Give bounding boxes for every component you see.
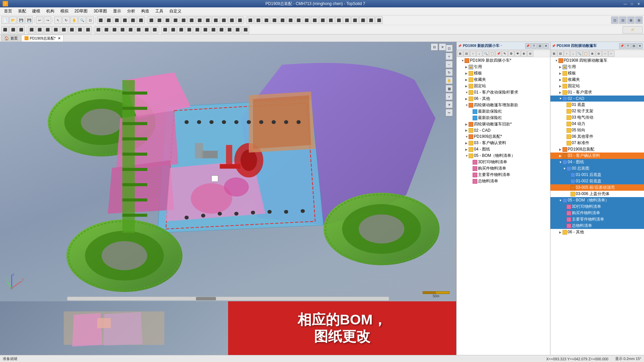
list-item[interactable]: ▶ 01 - 客户需求: [550, 89, 644, 96]
tb-b31[interactable]: ⬛: [343, 16, 351, 24]
list-item[interactable]: 03 电气传动: [550, 114, 644, 121]
tb-b18[interactable]: ⬛: [236, 16, 244, 24]
list-item[interactable]: ▶ 收藏夹: [550, 76, 644, 83]
tb-b17[interactable]: ⬛: [228, 16, 235, 24]
menu-modeling[interactable]: 建模: [30, 8, 43, 15]
plt-b7[interactable]: 📌: [495, 51, 501, 57]
plt-b11[interactable]: ⊕: [521, 51, 527, 57]
tb-b27[interactable]: ⬛: [311, 16, 318, 24]
plt-b12[interactable]: ⊖: [527, 51, 533, 57]
tb-b10[interactable]: ⬛: [172, 16, 179, 24]
tb2-b13[interactable]: ⬛: [103, 26, 110, 34]
panel-right-help[interactable]: ?: [625, 43, 631, 49]
panel-left-pin[interactable]: 📌: [525, 43, 531, 49]
tb-b34[interactable]: ⬛: [367, 16, 375, 24]
plt-b10[interactable]: 👁: [515, 51, 521, 57]
list-item[interactable]: 01 底盘: [550, 102, 644, 108]
list-item-04draw[interactable]: ▼ 04 - 图纸: [550, 159, 644, 165]
panel-left-close[interactable]: ✕: [543, 43, 549, 49]
plt-b9[interactable]: ⚙: [508, 51, 514, 57]
tb2-b6[interactable]: ⬛: [44, 26, 51, 34]
tb-b7[interactable]: ⬛: [148, 16, 155, 24]
list-item[interactable]: ▼ 四轮驱动敞篷车增加新款: [457, 102, 550, 108]
list-item[interactable]: ▶ 固定站: [550, 83, 644, 89]
list-item-02cad[interactable]: ▼ 02 - CAD: [550, 96, 644, 102]
vp-fit[interactable]: ⊡: [445, 45, 453, 52]
minimize-button[interactable]: —: [623, 1, 628, 6]
menu-display[interactable]: 显示: [110, 8, 124, 15]
list-item-all[interactable]: 总物料清单: [550, 223, 644, 229]
tb2-b9[interactable]: ⬛: [68, 26, 75, 34]
list-item[interactable]: 06 其他零件: [550, 133, 644, 140]
plt-b5[interactable]: 🔍: [483, 51, 489, 57]
plt-b3[interactable]: ↑: [470, 51, 476, 57]
tb-open[interactable]: 📂: [9, 16, 17, 24]
list-item[interactable]: 07 标准件: [550, 140, 644, 146]
tb2-b7[interactable]: ⬛: [52, 26, 59, 34]
panel-right-close[interactable]: ✕: [637, 43, 643, 49]
tb-b21[interactable]: ⬛: [263, 16, 270, 24]
tree-root-right[interactable]: ▼ PD1908 四轮驱动敞篷车: [550, 57, 644, 64]
list-item-01qdc[interactable]: 01-002 前底盘: [550, 178, 644, 184]
tb2-b16[interactable]: ⬛: [127, 26, 134, 34]
list-item[interactable]: 主要零件物料清单: [457, 172, 550, 178]
tb-redo[interactable]: ↪: [44, 16, 51, 24]
tb2-b17[interactable]: ⬛: [135, 26, 142, 34]
list-item[interactable]: ▶ 🔒 引用: [550, 64, 644, 70]
list-item[interactable]: ▶ 🔒 引用: [457, 64, 550, 70]
prt-b2[interactable]: ⊟: [557, 51, 564, 57]
list-item[interactable]: ▶ 固定站: [457, 83, 550, 89]
tb2-b29[interactable]: ⬛: [234, 26, 241, 34]
tb-pan[interactable]: ✋: [70, 16, 78, 24]
list-item[interactable]: ▶ 收藏夹: [457, 76, 550, 83]
tb2-b1[interactable]: ⬛: [1, 26, 9, 34]
list-item[interactable]: 02 轮子支架: [550, 108, 644, 114]
plt-b8[interactable]: ✎: [502, 51, 508, 57]
tb2-b4[interactable]: ⬛: [28, 26, 35, 34]
vp-zoom-out[interactable]: −: [445, 61, 453, 68]
menu-simulate[interactable]: 模拟: [58, 8, 71, 15]
list-item[interactable]: ▶ 模板: [457, 70, 550, 76]
tb-b9[interactable]: ⬛: [164, 16, 171, 24]
tb2-b15[interactable]: ⬛: [119, 26, 126, 34]
tb2-b22[interactable]: ⬛: [177, 26, 185, 34]
tab-assembly[interactable]: PD1909总装配* ✕: [21, 35, 64, 42]
panel-right-minimize[interactable]: ⊟: [631, 43, 637, 49]
tb-b12[interactable]: ⬛: [188, 16, 195, 24]
vp-wire[interactable]: ▦: [445, 85, 453, 92]
tb-b8[interactable]: ⬛: [156, 16, 163, 24]
prt-b1[interactable]: ⊞: [551, 51, 557, 57]
tb-b28[interactable]: ⬛: [319, 16, 326, 24]
tb-b2[interactable]: ⬛: [105, 16, 112, 24]
tb2-b20[interactable]: ⬛: [161, 26, 169, 34]
tb2-b19[interactable]: ⬛: [151, 26, 158, 34]
plt-b4[interactable]: ↓: [476, 51, 482, 57]
menu-custom[interactable]: 自定义: [167, 8, 184, 15]
vp-light[interactable]: ☀: [445, 101, 453, 108]
menu-mechanism[interactable]: 机构: [44, 8, 57, 15]
prt-b9[interactable]: →: [602, 51, 608, 57]
tb2-b11[interactable]: ⬛: [84, 26, 92, 34]
panel-right-tree[interactable]: ▼ PD1908 四轮驱动敞篷车 ▶ 🔒 引用 ▶ 模板: [550, 57, 644, 355]
tb-undo[interactable]: ↩: [36, 16, 43, 24]
list-item[interactable]: ▶ 02 - CAD: [457, 127, 550, 133]
tb2-nav[interactable]: 🧭: [623, 26, 643, 34]
toggle-collapse[interactable]: ⊟: [431, 43, 438, 51]
menu-2dsketch[interactable]: 2D草图: [72, 8, 90, 15]
list-item-gout[interactable]: 购买件物料清单: [550, 210, 644, 216]
menu-home[interactable]: 首页: [1, 8, 15, 15]
tb-rotate[interactable]: ↻: [62, 16, 70, 24]
vp-shade[interactable]: ▪: [445, 93, 453, 100]
tb-b35[interactable]: ⬛: [375, 16, 383, 24]
list-item[interactable]: 总物料清单: [457, 178, 550, 184]
close-button[interactable]: ✕: [636, 1, 641, 6]
tb2-b21[interactable]: ⬛: [169, 26, 177, 34]
list-item[interactable]: ▶ PD1908总装配: [550, 146, 644, 153]
list-item[interactable]: ▶ 03 - 客户确认资料: [457, 140, 550, 146]
list-item[interactable]: ▼ PD1909总装配*: [457, 133, 550, 140]
3d-viewport[interactable]: ⊡ + − ↻ ✋ ▦ ▪ ☀ ✂ ⊟ ✕ X Y Z: [0, 42, 456, 355]
tb2-b25[interactable]: ⬛: [202, 26, 209, 34]
vp-rotate[interactable]: ↻: [445, 69, 453, 76]
menu-tools[interactable]: 工具: [153, 8, 166, 15]
tb2-b14[interactable]: ⬛: [111, 26, 118, 34]
